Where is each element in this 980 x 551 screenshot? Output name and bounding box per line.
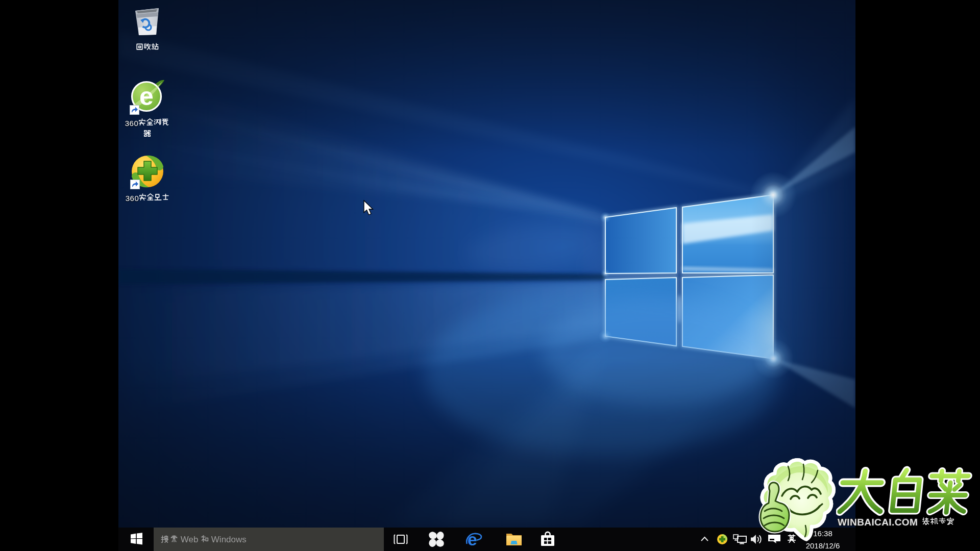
svg-text:e: e bbox=[139, 82, 154, 111]
